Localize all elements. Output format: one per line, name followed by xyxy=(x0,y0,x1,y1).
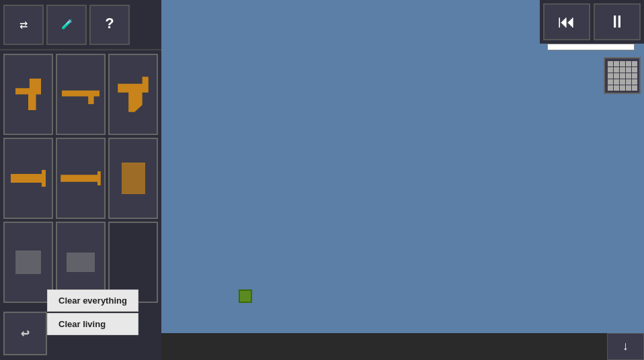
grid-cell xyxy=(632,85,637,91)
progress-bar-container xyxy=(547,44,635,50)
grid-cell xyxy=(608,61,613,66)
grid-cell xyxy=(614,61,619,66)
grid-cell xyxy=(620,61,625,66)
question-icon: ? xyxy=(105,16,114,33)
grid-cell xyxy=(626,67,631,73)
grid-cell xyxy=(608,73,613,79)
pistol-icon xyxy=(15,79,42,110)
grid-icon xyxy=(608,61,637,91)
rewind-icon: ⏮ xyxy=(558,11,575,33)
grid-cell xyxy=(632,61,637,66)
smg-icon xyxy=(118,77,149,112)
swap-button[interactable]: ⇄ xyxy=(3,5,44,45)
grid-cell xyxy=(620,85,625,91)
exit-icon: ↩ xyxy=(21,324,30,343)
sniper-icon xyxy=(61,171,101,185)
download-icon: ↓ xyxy=(622,340,629,353)
top-toolbar: ⇄ 🧪 ? xyxy=(0,0,161,50)
grid-cell xyxy=(626,61,631,66)
grid-cell xyxy=(614,85,619,91)
clear-living-button[interactable]: Clear living xyxy=(47,313,138,335)
grid-cell xyxy=(620,73,625,79)
shotgun-icon xyxy=(11,170,46,187)
item6-icon xyxy=(122,163,145,194)
grid-cell xyxy=(608,79,613,85)
unknown-button[interactable]: 🧪 xyxy=(46,5,87,45)
grid-cell xyxy=(626,79,631,85)
swap-icon: ⇄ xyxy=(19,16,28,33)
progress-area xyxy=(541,44,641,50)
grid-cell xyxy=(632,73,637,79)
weapon-slot-7[interactable] xyxy=(3,222,53,303)
grid-toggle-button[interactable] xyxy=(604,57,641,94)
weapon-slot-3[interactable] xyxy=(108,54,158,135)
grid-cell xyxy=(608,85,613,91)
grid-cell xyxy=(626,85,631,91)
bottom-bar: ↓ xyxy=(161,333,644,360)
grid-cell xyxy=(632,67,637,73)
grid-cell xyxy=(614,67,619,73)
exit-button[interactable]: ↩ xyxy=(3,312,47,355)
rewind-button[interactable]: ⏮ xyxy=(543,3,590,40)
progress-bar-fill xyxy=(548,44,634,50)
item7-icon xyxy=(15,251,42,274)
help-button[interactable]: ? xyxy=(89,5,130,45)
pause-icon: ⏸ xyxy=(608,11,626,33)
sidebar-bottom: ↩ Clear everything Clear living xyxy=(0,306,161,360)
top-right-controls: ⏮ ⏸ xyxy=(540,0,644,44)
weapon-slot-6[interactable] xyxy=(108,138,158,219)
weapon-slot-5[interactable] xyxy=(56,138,106,219)
rifle-icon xyxy=(62,85,99,104)
context-menu: Clear everything Clear living xyxy=(47,289,138,335)
grid-cell xyxy=(614,79,619,85)
bottom-right-button[interactable]: ↓ xyxy=(607,333,644,360)
weapon-slot-4[interactable] xyxy=(3,138,53,219)
item8-icon xyxy=(67,253,95,272)
sidebar: ⇄ 🧪 ? xyxy=(0,0,161,360)
grid-cell xyxy=(608,67,613,73)
pause-button[interactable]: ⏸ xyxy=(594,3,641,40)
grid-cell xyxy=(620,67,625,73)
grid-cell xyxy=(632,79,637,85)
grid-cell xyxy=(626,73,631,79)
clear-everything-button[interactable]: Clear everything xyxy=(47,289,138,312)
green-block-entity xyxy=(239,289,252,303)
weapon-slot-2[interactable] xyxy=(56,54,106,135)
grid-cell xyxy=(614,73,619,79)
weapon-grid xyxy=(0,50,161,306)
unknown-icon: 🧪 xyxy=(61,19,73,30)
grid-cell xyxy=(620,79,625,85)
weapon-slot-1[interactable] xyxy=(3,54,53,135)
